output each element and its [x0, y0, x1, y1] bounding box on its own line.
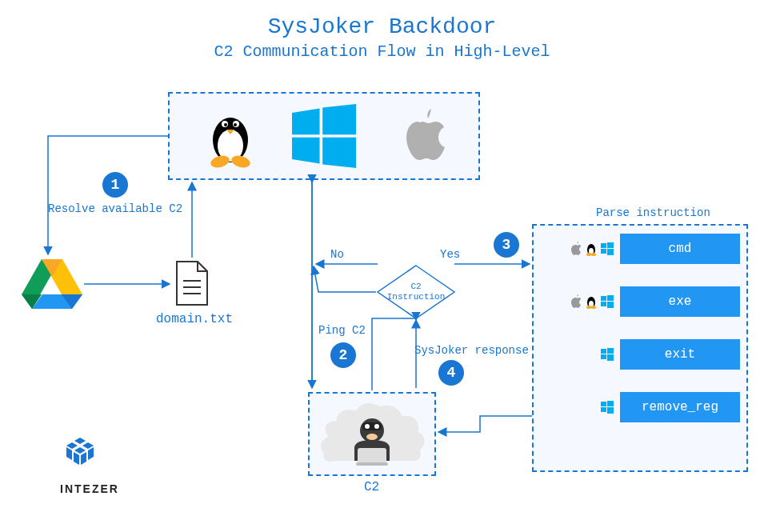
svg-marker-43: [74, 438, 86, 444]
windows-icon: [601, 401, 614, 414]
step-4-badge: 4: [438, 360, 464, 386]
intezer-text: INTEZER: [60, 482, 119, 495]
svg-rect-25: [601, 249, 606, 254]
step-3-badge: 3: [494, 232, 519, 258]
svg-rect-37: [601, 354, 606, 359]
apple-icon: [390, 104, 446, 168]
parse-box: cmd exe exit remove_reg: [532, 224, 748, 472]
remove-reg-button: remove_reg: [620, 392, 740, 422]
windows-icon: [601, 295, 614, 308]
svg-point-30: [591, 306, 596, 309]
decision-no-label: No: [330, 248, 344, 261]
svg-rect-42: [607, 407, 614, 414]
svg-marker-47: [66, 447, 72, 460]
cmd-button: cmd: [620, 234, 740, 264]
intezer-logo: INTEZER: [60, 436, 119, 495]
svg-rect-16: [358, 448, 386, 464]
page-subtitle: C2 Communication Flow in High-Level: [0, 42, 764, 61]
svg-point-4: [224, 123, 227, 126]
svg-point-14: [374, 424, 379, 429]
step-4-label: SysJoker response: [414, 344, 529, 357]
linux-icon: [585, 294, 598, 309]
svg-marker-48: [74, 452, 79, 465]
svg-point-22: [591, 253, 596, 256]
svg-marker-46: [74, 447, 86, 454]
svg-rect-24: [607, 242, 614, 248]
step-2-badge: 2: [330, 342, 356, 368]
cmd-row: cmd: [540, 234, 740, 264]
c2-box: [308, 392, 436, 476]
intezer-cube-icon: [60, 436, 100, 476]
svg-rect-40: [607, 401, 614, 406]
linux-icon: [585, 242, 598, 256]
svg-rect-32: [607, 295, 614, 301]
step-1-label: Resolve available C2: [48, 202, 182, 215]
decision-label-bottom: Instruction: [387, 292, 446, 302]
apple-icon: [569, 294, 582, 309]
c2-label: C2: [364, 480, 379, 494]
svg-rect-33: [601, 302, 606, 306]
decision-yes-label: Yes: [440, 248, 460, 261]
hacker-icon: [316, 398, 428, 470]
domain-file-label: domain.txt: [156, 312, 233, 326]
svg-rect-31: [601, 296, 606, 301]
windows-icon: [601, 348, 614, 361]
svg-rect-36: [607, 348, 614, 354]
step-1-badge: 1: [102, 172, 128, 198]
page-title: SysJoker Backdoor: [0, 0, 764, 39]
windows-icon: [601, 242, 614, 255]
parse-title: Parse instruction: [596, 206, 710, 219]
exit-button: exit: [620, 339, 740, 370]
svg-rect-34: [607, 302, 614, 308]
svg-marker-45: [66, 442, 78, 449]
decision-label-top: C2: [410, 282, 421, 291]
svg-rect-17: [356, 462, 388, 466]
step-2-label: Ping C2: [318, 324, 366, 337]
gdrive-icon: [20, 256, 84, 312]
decision-diamond: C2 Instruction: [376, 264, 456, 320]
windows-icon: [292, 104, 356, 168]
svg-point-29: [586, 306, 591, 309]
exe-button: exe: [620, 286, 740, 317]
svg-marker-49: [81, 452, 86, 465]
linux-icon: [202, 104, 258, 168]
svg-point-13: [365, 424, 370, 429]
svg-rect-26: [607, 249, 614, 255]
apple-icon: [569, 242, 582, 256]
svg-point-15: [366, 434, 378, 440]
svg-rect-23: [601, 243, 606, 248]
svg-rect-38: [607, 354, 614, 361]
os-platforms-box: [168, 92, 480, 180]
svg-point-21: [586, 253, 591, 256]
cmd-row: remove_reg: [540, 392, 740, 422]
cmd-row: exit: [540, 339, 740, 370]
svg-marker-44: [82, 442, 94, 449]
svg-rect-41: [601, 407, 606, 412]
svg-marker-50: [88, 447, 94, 460]
svg-rect-39: [601, 402, 606, 406]
svg-point-5: [234, 123, 237, 126]
svg-rect-35: [601, 349, 606, 354]
file-icon: [172, 260, 212, 308]
cmd-row: exe: [540, 286, 740, 317]
